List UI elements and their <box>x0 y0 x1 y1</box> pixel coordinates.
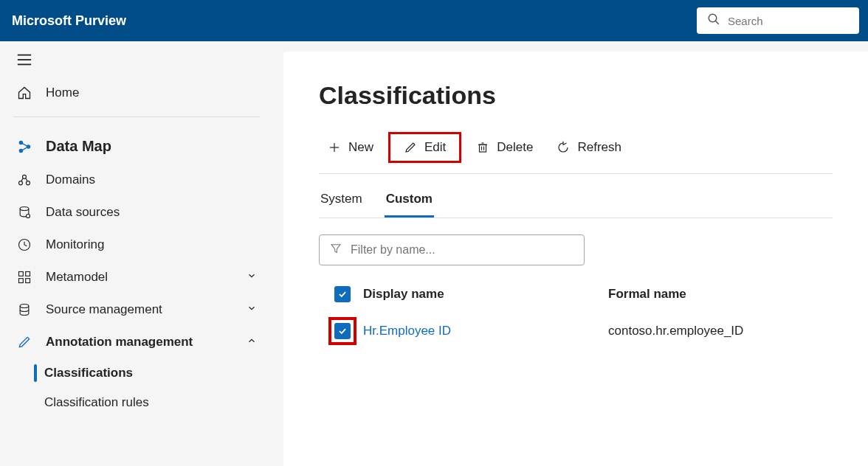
global-search[interactable] <box>697 7 859 34</box>
sidebar-item-label: Data sources <box>46 205 120 220</box>
svg-point-0 <box>709 14 717 22</box>
svg-marker-30 <box>331 245 340 253</box>
sidebar-sub-classification-rules[interactable]: Classification rules <box>35 388 264 417</box>
edit-highlight: Edit <box>388 132 461 163</box>
table-row[interactable]: Hr.Employee ID contoso.hr.employee_ID <box>319 310 833 352</box>
chevron-down-icon <box>247 270 257 285</box>
checkbox-checked-icon <box>334 286 351 302</box>
refresh-icon <box>557 141 570 154</box>
select-all-cell[interactable] <box>322 286 363 302</box>
sidebar-section-data-map[interactable]: Data Map <box>9 129 264 164</box>
button-label: Delete <box>497 140 533 155</box>
button-label: Refresh <box>577 140 621 155</box>
svg-line-13 <box>21 178 23 181</box>
sidebar-item-label: Metamodel <box>46 270 108 285</box>
sidebar-item-source-management[interactable]: Source management <box>9 293 264 326</box>
column-display-name[interactable]: Display name <box>363 287 608 302</box>
svg-rect-25 <box>480 145 486 152</box>
sidebar-item-annotation-management[interactable]: Annotation management <box>9 326 264 358</box>
trash-icon <box>476 141 489 154</box>
app-brand: Microsoft Purview <box>9 13 126 29</box>
svg-point-16 <box>27 215 30 218</box>
button-label: Edit <box>424 140 446 155</box>
global-search-input[interactable] <box>728 15 849 27</box>
svg-point-12 <box>27 181 30 185</box>
svg-line-9 <box>22 147 27 150</box>
checkbox-checked-icon <box>334 323 351 339</box>
source-management-icon <box>16 302 32 317</box>
app-titlebar: Microsoft Purview <box>0 0 868 41</box>
svg-point-11 <box>19 181 23 185</box>
sidebar-item-data-sources[interactable]: Data sources <box>9 196 264 229</box>
refresh-button[interactable]: Refresh <box>548 136 630 159</box>
filter-icon <box>330 243 342 257</box>
row-formal-name: contoso.hr.employee_ID <box>608 324 830 338</box>
plus-icon <box>328 141 341 154</box>
svg-line-8 <box>22 143 27 146</box>
annotation-icon <box>16 335 32 350</box>
domains-icon <box>16 173 32 187</box>
sidebar-item-label: Source management <box>46 302 162 317</box>
sidebar-sub-label: Classification rules <box>44 395 149 410</box>
row-check-highlight <box>328 317 356 345</box>
pencil-icon <box>404 141 417 154</box>
svg-rect-20 <box>19 279 24 283</box>
home-icon <box>16 86 32 100</box>
app-shell: Home Data Map Domains Data sources <box>0 41 868 466</box>
sidebar-sub-label: Classifications <box>44 366 133 380</box>
sidebar-sub-classifications[interactable]: Classifications <box>35 358 264 388</box>
sidebar-item-label: Domains <box>46 173 95 187</box>
filter-input[interactable] <box>351 243 574 257</box>
classifications-grid: Display name Formal name Hr.Employee ID … <box>319 279 833 352</box>
tabs: System Custom <box>319 184 833 218</box>
delete-button[interactable]: Delete <box>467 136 542 159</box>
data-sources-icon <box>16 205 32 220</box>
chevron-down-icon <box>247 302 257 317</box>
svg-line-1 <box>715 21 719 24</box>
sidebar-divider <box>13 116 260 117</box>
row-display-name[interactable]: Hr.Employee ID <box>363 324 608 338</box>
chevron-up-icon <box>247 335 257 350</box>
button-label: New <box>348 140 373 155</box>
sidebar: Home Data Map Domains Data sources <box>0 41 273 466</box>
page-title: Classifications <box>319 81 833 110</box>
svg-point-22 <box>20 305 29 308</box>
svg-rect-21 <box>26 279 30 283</box>
svg-point-5 <box>19 140 24 145</box>
svg-rect-18 <box>19 272 24 277</box>
data-map-icon <box>16 139 32 155</box>
svg-point-7 <box>27 145 31 149</box>
sidebar-item-metamodel[interactable]: Metamodel <box>9 261 264 293</box>
edit-button[interactable]: Edit <box>395 136 455 159</box>
sidebar-item-label: Monitoring <box>46 237 104 252</box>
sidebar-item-label: Annotation management <box>46 335 193 350</box>
svg-line-14 <box>26 178 28 181</box>
new-button[interactable]: New <box>319 136 382 159</box>
column-formal-name[interactable]: Formal name <box>608 287 830 302</box>
sidebar-submenu-annotation: Classifications Classification rules <box>9 358 264 417</box>
sidebar-item-home[interactable]: Home <box>9 77 264 109</box>
row-select-cell[interactable] <box>322 317 363 345</box>
sidebar-section-label: Data Map <box>46 138 111 155</box>
main-panel: Classifications New Edit <box>283 52 868 466</box>
hamburger-button[interactable] <box>9 41 264 77</box>
svg-point-6 <box>19 148 24 153</box>
search-icon <box>707 13 720 29</box>
sidebar-item-monitoring[interactable]: Monitoring <box>9 229 264 261</box>
monitoring-icon <box>16 237 32 252</box>
metamodel-icon <box>16 270 32 285</box>
sidebar-item-domains[interactable]: Domains <box>9 164 264 196</box>
svg-point-15 <box>20 207 29 211</box>
filter-box[interactable] <box>319 234 585 265</box>
grid-header: Display name Formal name <box>319 279 833 310</box>
tab-custom[interactable]: Custom <box>385 184 434 218</box>
sidebar-item-label: Home <box>46 86 79 100</box>
svg-rect-19 <box>26 272 30 277</box>
toolbar: New Edit Delete Re <box>319 132 833 174</box>
tab-system[interactable]: System <box>319 184 364 218</box>
